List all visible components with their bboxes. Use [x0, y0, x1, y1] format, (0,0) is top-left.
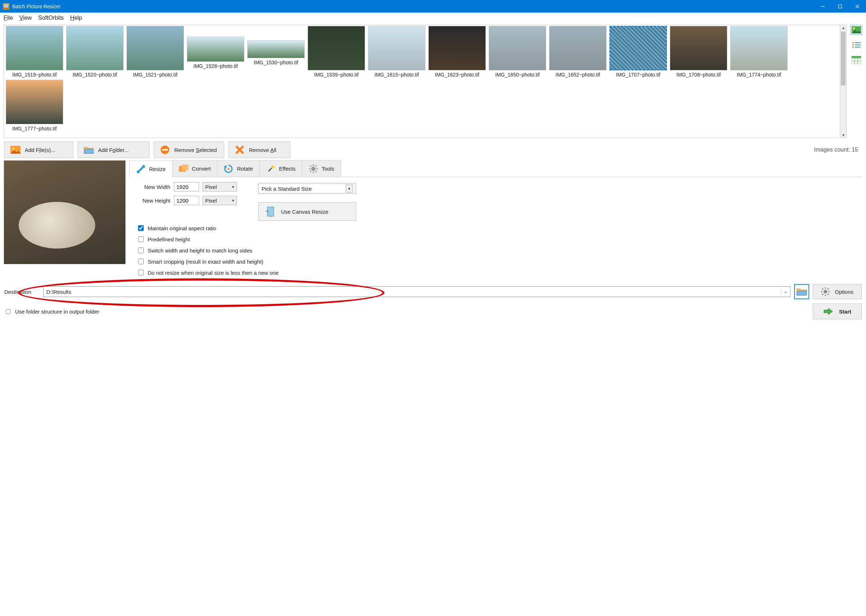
thumbnail-item[interactable]: IMG_1774~photo.tif — [730, 26, 788, 78]
thumbnail-item[interactable]: IMG_1519~photo.tif — [5, 26, 64, 78]
add-files-label: Add File(s)... — [25, 147, 55, 153]
svg-point-10 — [852, 46, 854, 48]
thumbnail-caption: IMG_1652~photo.tif — [556, 72, 600, 78]
thumbnail-image[interactable] — [308, 26, 365, 71]
svg-rect-20 — [162, 149, 168, 151]
thumbnail-item[interactable]: IMG_1777~photo.tif — [5, 80, 64, 132]
predefined-height-checkbox[interactable] — [138, 236, 144, 242]
remove-selected-button[interactable]: Remove Selected — [154, 141, 224, 158]
thumbnail-item[interactable]: IMG_1528~photo.tif — [186, 26, 245, 78]
svg-line-45 — [828, 294, 829, 295]
menu-view[interactable]: View — [19, 15, 31, 21]
view-details-button[interactable] — [850, 55, 863, 65]
maximize-button[interactable] — [831, 0, 849, 13]
remove-icon — [160, 146, 170, 154]
svg-rect-24 — [182, 165, 188, 170]
thumbnail-image[interactable] — [6, 80, 63, 124]
tab-resize[interactable]: Resize — [129, 160, 173, 177]
thumbnail-item[interactable]: IMG_1530~photo.tif — [247, 26, 305, 78]
new-width-input[interactable] — [174, 182, 199, 192]
tab-tools-label: Tools — [321, 166, 334, 172]
browse-destination-button[interactable] — [794, 284, 809, 299]
minimize-button[interactable] — [814, 0, 831, 13]
svg-line-44 — [822, 288, 823, 289]
thumbnail-image[interactable] — [126, 26, 184, 71]
thumbnail-image[interactable] — [489, 26, 546, 71]
width-unit-value: Pixel — [205, 184, 217, 190]
add-folder-label: Add Folder... — [98, 147, 129, 153]
chevron-down-icon: ▾ — [232, 185, 234, 189]
chevron-down-icon: ▾ — [346, 185, 353, 193]
thumbnail-item[interactable]: IMG_1708~photo.tif — [669, 26, 727, 78]
tab-convert[interactable]: Convert — [172, 160, 218, 177]
thumbnail-gallery[interactable]: IMG_1519~photo.tifIMG_1520~photo.tifIMG_… — [3, 25, 840, 138]
folder-open-icon — [796, 288, 807, 296]
tab-resize-label: Resize — [149, 166, 166, 172]
options-label: Options — [835, 289, 853, 295]
svg-rect-12 — [852, 56, 861, 58]
thumbnail-item[interactable]: IMG_1652~photo.tif — [549, 26, 607, 78]
effects-icon — [266, 164, 276, 173]
images-count-label: Images count: 15 — [814, 146, 862, 153]
thumbnail-item[interactable]: IMG_1615~photo.tif — [368, 26, 426, 78]
menu-help[interactable]: Help — [70, 15, 82, 21]
thumbnail-image[interactable] — [730, 26, 788, 71]
destination-combo[interactable]: D:\Results ⌄ — [43, 286, 790, 297]
thumbnail-item[interactable]: IMG_1521~photo.tif — [126, 26, 184, 78]
gallery-scrollbar[interactable] — [840, 25, 847, 138]
thumbnail-item[interactable]: IMG_1650~photo.tif — [488, 26, 546, 78]
thumbnail-image[interactable] — [609, 26, 667, 71]
thumbnail-image[interactable] — [670, 26, 727, 71]
svg-line-35 — [310, 171, 311, 172]
svg-point-27 — [311, 167, 315, 171]
switch-wh-checkbox[interactable] — [138, 247, 144, 253]
thumbnail-caption: IMG_1615~photo.tif — [375, 72, 419, 78]
folder-icon — [84, 146, 94, 154]
height-unit-combo[interactable]: Pixel▾ — [203, 196, 237, 205]
svg-line-46 — [828, 288, 829, 289]
svg-line-33 — [315, 171, 316, 172]
standard-size-combo[interactable]: Pick a Standard Size ▾ — [258, 184, 356, 193]
thumbnail-caption: IMG_1623~photo.tif — [435, 72, 479, 78]
close-button[interactable] — [849, 0, 866, 13]
add-folder-button[interactable]: Add Folder... — [78, 141, 150, 158]
thumbnail-caption: IMG_1650~photo.tif — [495, 72, 539, 78]
use-folder-structure-checkbox[interactable] — [6, 309, 10, 314]
thumbnail-item[interactable]: IMG_1707~photo.tif — [609, 26, 667, 78]
remove-selected-label: Remove Selected — [174, 147, 217, 153]
aspect-ratio-checkbox[interactable] — [138, 225, 144, 231]
thumbnail-image[interactable] — [368, 26, 425, 71]
destination-value: D:\Results — [46, 289, 71, 295]
thumbnail-image[interactable] — [549, 26, 606, 71]
thumbnail-item[interactable]: IMG_1539~photo.tif — [307, 26, 365, 78]
thumbnail-caption: IMG_1519~photo.tif — [12, 72, 57, 78]
width-unit-combo[interactable]: Pixel▾ — [203, 182, 237, 192]
add-files-button[interactable]: Add File(s)... — [4, 141, 73, 158]
tab-effects[interactable]: Effects — [260, 160, 302, 177]
menu-softorbits[interactable]: SoftOrbits — [38, 15, 64, 21]
use-canvas-resize-button[interactable]: Use Canvas Resize — [258, 202, 356, 221]
thumbnail-image[interactable] — [6, 26, 63, 71]
options-button[interactable]: Options — [813, 284, 862, 299]
start-button[interactable]: Start — [813, 303, 862, 319]
view-list-button[interactable] — [850, 40, 863, 50]
tab-rotate[interactable]: Rotate — [217, 160, 260, 177]
thumbnail-image[interactable] — [66, 26, 124, 71]
remove-all-icon — [235, 146, 245, 154]
tab-rotate-label: Rotate — [237, 166, 253, 172]
thumbnails-icon — [852, 26, 861, 33]
thumbnail-image[interactable] — [428, 26, 486, 71]
thumbnail-item[interactable]: IMG_1520~photo.tif — [66, 26, 124, 78]
menu-file[interactable]: File — [3, 15, 13, 21]
new-height-input[interactable] — [174, 196, 199, 205]
remove-all-button[interactable]: Remove All — [228, 141, 290, 158]
tab-tools[interactable]: Tools — [302, 160, 341, 177]
view-thumbnails-button[interactable] — [850, 25, 863, 35]
thumbnail-image[interactable] — [187, 37, 244, 62]
thumbnail-caption: IMG_1774~photo.tif — [737, 72, 781, 78]
thumbnail-image[interactable] — [247, 40, 305, 58]
thumbnail-item[interactable]: IMG_1623~photo.tif — [428, 26, 486, 78]
no-upscale-checkbox[interactable] — [138, 270, 144, 275]
smart-cropping-checkbox[interactable] — [138, 259, 144, 264]
convert-icon — [179, 164, 188, 173]
